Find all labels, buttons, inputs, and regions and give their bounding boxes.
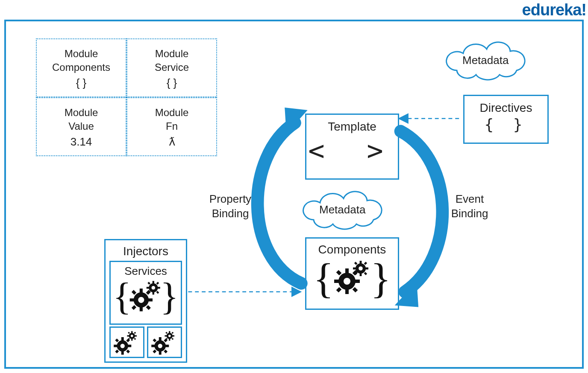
- injectors-box: Injectors Services {: [104, 239, 187, 363]
- injectors-mini-row: [106, 326, 186, 358]
- directives-symbol: { }: [465, 116, 547, 133]
- svg-rect-57: [134, 332, 136, 334]
- module-service: Module Service { }: [126, 38, 217, 97]
- metadata-center-label: Metadata: [319, 203, 365, 216]
- gears-icon: [111, 328, 143, 356]
- svg-rect-28: [132, 305, 136, 310]
- components-box: Components {: [305, 237, 399, 310]
- svg-rect-53: [131, 339, 132, 341]
- svg-rect-14: [353, 268, 356, 270]
- svg-rect-12: [360, 261, 362, 264]
- svg-rect-23: [140, 307, 143, 312]
- svg-rect-5: [355, 280, 360, 283]
- svg-rect-79: [171, 338, 173, 340]
- svg-rect-73: [169, 339, 170, 341]
- svg-point-1: [344, 278, 350, 285]
- svg-rect-8: [336, 287, 342, 293]
- services-gears-illustration: {: [122, 279, 169, 317]
- module-components-title: Module Components: [40, 47, 122, 75]
- template-symbol: < >: [306, 137, 398, 164]
- svg-rect-3: [345, 289, 349, 294]
- svg-rect-46: [115, 338, 119, 342]
- svg-rect-48: [115, 350, 119, 353]
- injector-item: [109, 326, 144, 358]
- svg-point-61: [158, 344, 162, 348]
- module-fn: Module Fn ƛ: [126, 97, 217, 156]
- gears-icon: [126, 279, 165, 313]
- svg-point-51: [131, 335, 133, 337]
- svg-rect-64: [151, 345, 155, 347]
- svg-rect-9: [353, 287, 358, 293]
- svg-rect-26: [132, 290, 136, 294]
- svg-rect-22: [140, 288, 143, 293]
- svg-rect-17: [364, 262, 368, 265]
- svg-rect-37: [156, 282, 159, 285]
- svg-point-41: [121, 344, 125, 348]
- svg-rect-49: [126, 350, 130, 353]
- svg-rect-25: [148, 298, 153, 301]
- brand-logo: edureka!: [522, 1, 586, 19]
- injector-item: [147, 326, 182, 358]
- svg-rect-44: [114, 345, 118, 347]
- module-fn-title: Module Fn: [131, 106, 213, 134]
- svg-point-11: [359, 266, 363, 271]
- svg-rect-42: [121, 337, 124, 341]
- module-service-symbol: { }: [131, 76, 213, 90]
- svg-point-21: [138, 297, 144, 303]
- svg-rect-29: [146, 305, 151, 310]
- svg-rect-77: [171, 332, 173, 334]
- svg-rect-59: [134, 338, 136, 340]
- svg-rect-13: [360, 273, 362, 276]
- brace-left-icon: {: [313, 254, 334, 303]
- module-fn-symbol: ƛ: [131, 134, 213, 149]
- injectors-label: Injectors: [106, 245, 186, 258]
- module-value-title: Module Value: [40, 106, 122, 134]
- template-box: Template < >: [305, 114, 399, 180]
- svg-point-31: [152, 286, 156, 290]
- svg-rect-52: [131, 331, 132, 333]
- metadata-top-label: Metadata: [462, 54, 509, 67]
- components-gears-illustration: {: [324, 258, 380, 301]
- svg-rect-56: [128, 332, 130, 334]
- property-binding-label: Property Binding: [198, 192, 262, 221]
- svg-rect-33: [153, 292, 154, 294]
- module-service-title: Module Service: [131, 47, 213, 75]
- svg-point-71: [168, 335, 171, 337]
- svg-rect-6: [336, 270, 342, 276]
- directives-box: Directives { }: [463, 95, 549, 144]
- module-components-symbol: { }: [40, 76, 122, 90]
- svg-rect-16: [354, 262, 358, 265]
- svg-rect-19: [364, 272, 368, 275]
- module-value: Module Value 3.14: [36, 97, 126, 156]
- svg-rect-62: [159, 337, 162, 341]
- svg-rect-34: [147, 287, 149, 288]
- svg-rect-66: [153, 338, 156, 342]
- modules-grid: Module Components { } Module Service { }…: [36, 38, 217, 156]
- svg-rect-72: [169, 331, 170, 333]
- directives-label: Directives: [465, 101, 547, 115]
- svg-rect-55: [135, 335, 137, 336]
- svg-rect-65: [165, 345, 169, 347]
- module-components: Module Components { }: [36, 38, 126, 97]
- svg-rect-75: [172, 335, 174, 336]
- svg-rect-43: [121, 351, 124, 355]
- svg-rect-45: [127, 345, 131, 347]
- event-binding-label: Event Binding: [438, 192, 502, 221]
- event-binding-arrow: [401, 131, 443, 291]
- brace-right-icon: }: [160, 274, 179, 318]
- template-label: Template: [306, 120, 398, 134]
- gears-icon: [148, 328, 181, 356]
- svg-rect-2: [345, 268, 349, 274]
- svg-rect-69: [164, 350, 168, 353]
- property-binding-arrowhead: [285, 108, 307, 134]
- property-binding-arrow: [258, 123, 301, 283]
- brace-left-icon: {: [113, 274, 131, 318]
- module-value-symbol: 3.14: [40, 134, 122, 149]
- svg-rect-68: [153, 350, 156, 353]
- svg-rect-39: [156, 291, 159, 294]
- svg-rect-32: [153, 281, 154, 283]
- diagram-frame: Module Components { } Module Service { }…: [4, 20, 584, 369]
- svg-rect-76: [165, 332, 168, 334]
- svg-rect-36: [147, 282, 150, 285]
- gears-icon: [331, 258, 373, 297]
